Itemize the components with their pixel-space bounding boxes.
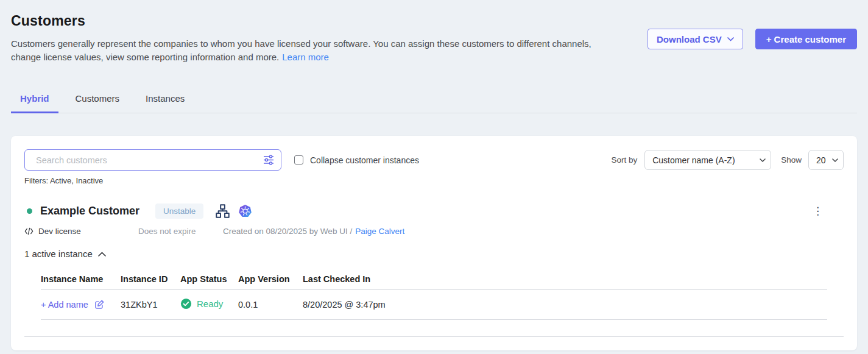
column-header-last-checked-in: Last Checked In xyxy=(303,274,827,284)
chevron-down-icon xyxy=(727,37,734,41)
header-text: Customers Customers generally represent … xyxy=(11,13,595,64)
tab-customers[interactable]: Customers xyxy=(66,93,129,113)
tab-instances[interactable]: Instances xyxy=(136,93,194,113)
sort-controls: Sort by Customer name (A-Z) Show 20 xyxy=(611,150,844,170)
instance-id-cell: 31ZKbY1 xyxy=(121,300,180,310)
sitemap-icon xyxy=(215,204,230,219)
search-wrap xyxy=(24,149,281,171)
customer-section-divider xyxy=(24,336,844,337)
customer-header: Example Customer Unstable xyxy=(24,204,844,219)
collapse-instances-option: Collapse customer instances xyxy=(294,155,419,165)
channel-badge: Unstable xyxy=(155,204,203,219)
sort-select-wrap: Customer name (A-Z) xyxy=(644,150,771,170)
show-select-wrap: 20 xyxy=(808,150,844,170)
license-row: Dev license Does not expire Created on 0… xyxy=(24,227,844,236)
learn-more-link[interactable]: Learn more xyxy=(282,52,329,62)
page-header: Customers Customers generally represent … xyxy=(11,0,857,64)
code-icon xyxy=(24,227,34,235)
last-checked-in-cell: 8/20/2025 @ 3:47pm xyxy=(303,300,827,310)
instances-toggle[interactable]: 1 active instance xyxy=(24,249,106,259)
customer-name[interactable]: Example Customer xyxy=(40,205,139,218)
instance-table-header: Instance Name Instance ID App Status App… xyxy=(41,274,827,289)
active-status-dot xyxy=(27,208,32,214)
toolbar: Collapse customer instances Sort by Cust… xyxy=(24,149,844,171)
customer-item: Example Customer Unstable xyxy=(24,204,844,337)
instance-table: Instance Name Instance ID App Status App… xyxy=(41,274,827,337)
sort-by-label: Sort by xyxy=(611,155,637,165)
license-expiry: Does not expire xyxy=(138,227,223,236)
column-header-instance-name: Instance Name xyxy=(41,274,121,284)
sort-select[interactable]: Customer name (A-Z) xyxy=(644,150,771,170)
license-type: Dev license xyxy=(24,227,138,236)
customers-page: Customers Customers generally represent … xyxy=(0,0,868,354)
page-title: Customers xyxy=(11,13,595,29)
tab-hybrid[interactable]: Hybrid xyxy=(11,93,58,113)
app-version-cell: 0.0.1 xyxy=(238,300,303,310)
customers-card: Collapse customer instances Sort by Cust… xyxy=(11,136,857,350)
header-actions: Download CSV + Create customer xyxy=(647,29,857,49)
app-status-cell: Ready xyxy=(180,298,238,311)
create-customer-button[interactable]: + Create customer xyxy=(755,29,857,49)
instance-row: + Add name 31ZKbY1 xyxy=(41,290,827,319)
created-info: Created on 08/20/2025 by Web UI /Paige C… xyxy=(223,227,404,236)
license-type-label: Dev license xyxy=(38,227,81,236)
instances-summary: 1 active instance xyxy=(24,249,93,259)
collapse-instances-checkbox[interactable] xyxy=(294,155,303,165)
filter-sliders-icon[interactable] xyxy=(263,154,275,168)
download-csv-button[interactable]: Download CSV xyxy=(647,29,743,49)
show-select[interactable]: 20 xyxy=(808,150,844,170)
kubernetes-icon xyxy=(238,204,252,218)
created-text: Created on 08/20/2025 by Web UI / xyxy=(223,227,352,236)
tab-bar: Hybrid Customers Instances xyxy=(11,93,857,113)
column-header-app-status: App Status xyxy=(180,274,238,284)
download-csv-label: Download CSV xyxy=(657,34,722,44)
show-label: Show xyxy=(781,155,802,165)
add-name-label: + Add name xyxy=(41,300,88,310)
customer-menu-kebab-icon[interactable]: ⋮ xyxy=(810,205,825,218)
column-header-instance-id: Instance ID xyxy=(121,274,180,284)
created-by-link[interactable]: Paige Calvert xyxy=(355,227,404,236)
add-name-link[interactable]: + Add name xyxy=(41,299,105,310)
search-input[interactable] xyxy=(24,149,281,171)
page-description: Customers generally represent the compan… xyxy=(11,37,595,64)
column-header-app-version: App Version xyxy=(238,274,303,284)
table-row-divider xyxy=(41,319,827,320)
active-filters-text: Filters: Active, Inactive xyxy=(24,176,844,185)
instance-name-cell: + Add name xyxy=(41,299,121,310)
app-status-ready: Ready xyxy=(180,298,223,310)
edit-icon xyxy=(94,299,105,310)
chevron-up-icon xyxy=(98,252,106,257)
app-status-label: Ready xyxy=(197,299,223,309)
check-circle-icon xyxy=(180,298,192,310)
collapse-instances-label: Collapse customer instances xyxy=(310,155,419,165)
